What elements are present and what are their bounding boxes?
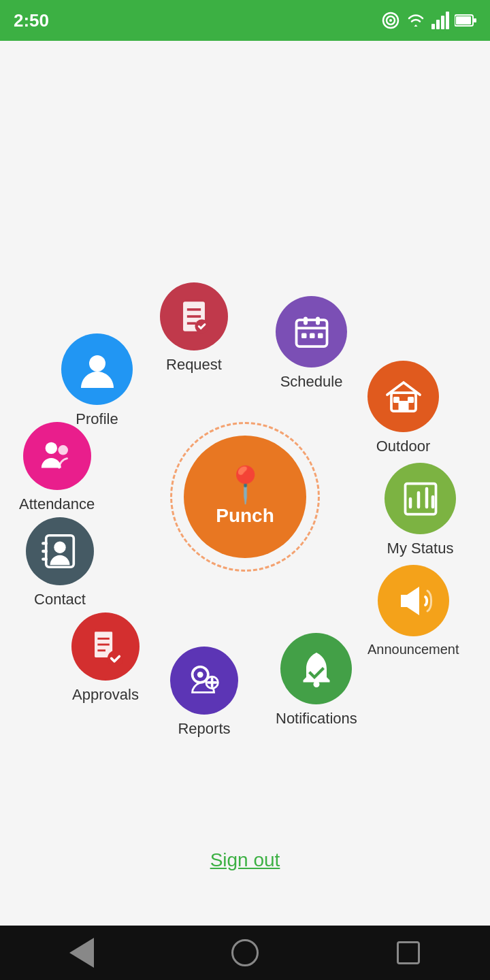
schedule-button[interactable]: Schedule	[276, 296, 347, 391]
punch-pin-icon: 📍	[223, 467, 267, 502]
status-icons	[381, 11, 476, 30]
wifi-icon	[406, 12, 426, 29]
svg-rect-23	[318, 333, 323, 338]
nav-bar	[0, 926, 490, 980]
notifications-button[interactable]: Notifications	[276, 633, 357, 728]
svg-rect-22	[310, 333, 315, 338]
nav-home-button[interactable]	[225, 932, 265, 973]
signal-icon	[431, 12, 449, 29]
nav-back-button[interactable]	[61, 932, 102, 973]
attendance-icon	[37, 436, 77, 476]
svg-point-10	[89, 355, 105, 372]
svg-point-34	[313, 681, 319, 687]
svg-rect-5	[441, 16, 444, 29]
nav-recent-button[interactable]	[388, 932, 429, 973]
approvals-button[interactable]: Approvals	[71, 612, 140, 704]
outdoor-button[interactable]: Outdoor	[368, 361, 439, 455]
reports-button[interactable]: Reports	[170, 647, 238, 738]
contact-label: Contact	[34, 591, 86, 608]
request-button[interactable]: Request	[160, 282, 228, 374]
sign-out-link[interactable]: Sign out	[210, 849, 280, 870]
svg-point-49	[54, 542, 65, 553]
attendance-button[interactable]: Attendance	[19, 422, 95, 513]
mystatus-icon	[400, 478, 441, 519]
svg-rect-21	[301, 333, 307, 338]
announcement-icon	[393, 581, 434, 621]
notifications-icon	[296, 649, 337, 689]
svg-rect-4	[436, 20, 440, 29]
announcement-button[interactable]: Announcement	[368, 565, 459, 657]
svg-rect-26	[393, 397, 399, 403]
notifications-label: Notifications	[276, 710, 357, 728]
attendance-label: Attendance	[19, 495, 95, 513]
recent-icon	[397, 941, 420, 964]
contact-icon	[40, 532, 80, 571]
svg-rect-8	[456, 16, 471, 24]
back-icon	[69, 938, 94, 968]
approvals-label: Approvals	[72, 686, 139, 704]
svg-rect-3	[431, 24, 435, 29]
outdoor-icon	[383, 376, 424, 417]
contact-button[interactable]: Contact	[26, 517, 94, 608]
svg-rect-9	[474, 18, 476, 22]
profile-button[interactable]: Profile	[61, 333, 133, 428]
reports-label: Reports	[178, 720, 230, 738]
status-bar: 2:50	[0, 0, 490, 41]
svg-point-45	[108, 651, 123, 666]
outdoor-label: Outdoor	[376, 438, 431, 455]
schedule-label: Schedule	[280, 373, 343, 391]
battery-icon	[455, 14, 476, 27]
svg-rect-27	[408, 397, 414, 403]
svg-rect-25	[398, 401, 408, 411]
mystatus-button[interactable]: My Status	[385, 463, 456, 557]
svg-point-36	[197, 672, 203, 678]
reports-icon	[184, 661, 224, 700]
svg-rect-6	[446, 12, 449, 29]
punch-button[interactable]: 📍 Punch	[184, 436, 306, 558]
punch-label: Punch	[216, 505, 274, 527]
main-content: Profile Request	[0, 41, 490, 939]
target-icon	[381, 11, 400, 30]
svg-point-2	[389, 19, 392, 22]
svg-point-46	[45, 442, 56, 454]
approvals-icon	[86, 627, 125, 666]
svg-rect-19	[304, 316, 308, 325]
request-icon	[174, 297, 214, 336]
punch-outer-ring: 📍 Punch	[170, 422, 320, 572]
profile-icon	[77, 349, 118, 390]
punch-container: 📍 Punch	[170, 422, 320, 572]
svg-rect-20	[316, 316, 320, 325]
svg-point-47	[58, 445, 68, 455]
schedule-icon	[291, 312, 332, 353]
home-icon	[231, 939, 259, 966]
request-label: Request	[166, 356, 222, 374]
mystatus-label: My Status	[387, 540, 454, 557]
svg-rect-33	[401, 595, 407, 607]
sign-out-container: Sign out	[0, 849, 490, 871]
announcement-label: Announcement	[368, 642, 459, 657]
status-time: 2:50	[14, 10, 49, 31]
